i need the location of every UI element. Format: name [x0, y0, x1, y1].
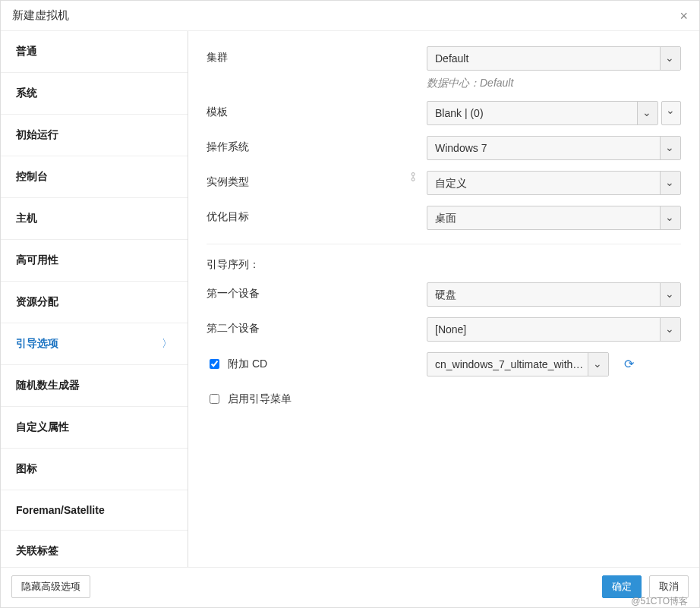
- sidebar-item-label: 关联标签: [16, 544, 58, 558]
- refresh-icon[interactable]: ⟳: [624, 352, 634, 376]
- sidebar-item-host[interactable]: 主机: [1, 198, 188, 240]
- sidebar-item-random-generator[interactable]: 随机数生成器: [1, 365, 188, 407]
- sidebar-item-label: 引导选项: [16, 337, 58, 351]
- attach-cd-checkbox[interactable]: [210, 359, 219, 369]
- sidebar-item-label: 资源分配: [16, 295, 58, 309]
- instance-type-value: 自定义: [435, 177, 467, 189]
- link-icon: ⚯: [407, 172, 419, 181]
- enable-boot-menu-label[interactable]: 启用引导菜单: [228, 392, 292, 406]
- sidebar-item-initial-run[interactable]: 初始运行: [1, 115, 188, 156]
- content-panel: 集群 Default 数据中心：Default 模板 Blank | (0): [188, 31, 699, 567]
- sidebar-item-label: Foreman/Satellite: [16, 504, 105, 516]
- dialog-header: 新建虚拟机 ×: [1, 1, 699, 31]
- sidebar-item-system[interactable]: 系统: [1, 73, 188, 115]
- sidebar-item-label: 图标: [16, 462, 37, 476]
- cancel-button[interactable]: 取消: [649, 575, 689, 598]
- sidebar-item-label: 随机数生成器: [16, 379, 80, 392]
- sidebar-item-foreman-satellite[interactable]: Foreman/Satellite: [1, 490, 188, 531]
- cd-image-value: cn_windows_7_ultimate_with_sp1_x8: [435, 358, 609, 370]
- dialog-footer: 隐藏高级选项 确定 取消: [1, 567, 699, 607]
- template-select[interactable]: Blank | (0): [427, 101, 658, 125]
- sidebar-item-label: 自定义属性: [16, 421, 69, 434]
- dialog-title: 新建虚拟机: [12, 8, 69, 23]
- template-label: 模板: [207, 101, 336, 119]
- boot-order-heading: 引导序列：: [207, 258, 681, 272]
- attach-cd-label[interactable]: 附加 CD: [228, 358, 267, 371]
- os-label: 操作系统: [207, 136, 336, 154]
- second-device-select[interactable]: [None]: [427, 317, 681, 342]
- first-device-value: 硬盘: [435, 288, 456, 301]
- second-device-value: [None]: [435, 323, 466, 336]
- sidebar-item-high-availability[interactable]: 高可用性: [1, 240, 188, 282]
- sidebar-item-affinity-labels[interactable]: 关联标签: [1, 531, 188, 567]
- cluster-label: 集群: [207, 46, 336, 65]
- enable-boot-menu-checkbox[interactable]: [210, 394, 219, 404]
- instance-type-label: 实例类型: [207, 171, 336, 189]
- dialog-body: 普通 系统 初始运行 控制台 主机 高可用性 资源分配 引导选项 〉: [1, 31, 699, 567]
- sidebar-item-label: 普通: [16, 45, 37, 58]
- sidebar-item-label: 初始运行: [16, 128, 58, 142]
- sidebar-item-label: 控制台: [16, 170, 48, 184]
- sidebar-item-boot-options[interactable]: 引导选项 〉: [1, 323, 188, 365]
- template-subversion-select[interactable]: [661, 101, 681, 125]
- sidebar-item-general[interactable]: 普通: [1, 31, 188, 73]
- sidebar-item-icon[interactable]: 图标: [1, 449, 188, 490]
- first-device-label: 第一个设备: [207, 282, 336, 301]
- first-device-select[interactable]: 硬盘: [427, 282, 681, 307]
- template-value: Blank | (0): [435, 107, 484, 119]
- hide-advanced-button[interactable]: 隐藏高级选项: [11, 575, 90, 598]
- optimize-value: 桌面: [435, 212, 456, 224]
- close-icon[interactable]: ×: [680, 9, 688, 23]
- sidebar: 普通 系统 初始运行 控制台 主机 高可用性 资源分配 引导选项 〉: [1, 31, 188, 567]
- data-center-note: 数据中心：Default: [427, 77, 681, 90]
- cluster-value: Default: [435, 52, 468, 65]
- second-device-label: 第二个设备: [207, 317, 336, 336]
- optimize-select[interactable]: 桌面: [427, 206, 681, 230]
- ok-button[interactable]: 确定: [602, 575, 642, 598]
- sidebar-item-console[interactable]: 控制台: [1, 156, 188, 198]
- chevron-right-icon: 〉: [162, 337, 172, 351]
- os-value: Windows 7: [435, 142, 487, 154]
- sidebar-item-label: 系统: [16, 87, 37, 100]
- sidebar-item-label: 高可用性: [16, 254, 58, 267]
- sidebar-item-custom-properties[interactable]: 自定义属性: [1, 407, 188, 449]
- sidebar-item-resource-allocation[interactable]: 资源分配: [1, 282, 188, 323]
- cluster-select[interactable]: Default: [427, 46, 681, 71]
- section-divider: [207, 244, 681, 244]
- instance-type-select[interactable]: 自定义: [427, 171, 681, 195]
- sidebar-item-label: 主机: [16, 212, 37, 225]
- os-select[interactable]: Windows 7: [427, 136, 681, 160]
- optimize-label: 优化目标: [207, 206, 336, 224]
- cd-image-select[interactable]: cn_windows_7_ultimate_with_sp1_x8: [427, 352, 609, 376]
